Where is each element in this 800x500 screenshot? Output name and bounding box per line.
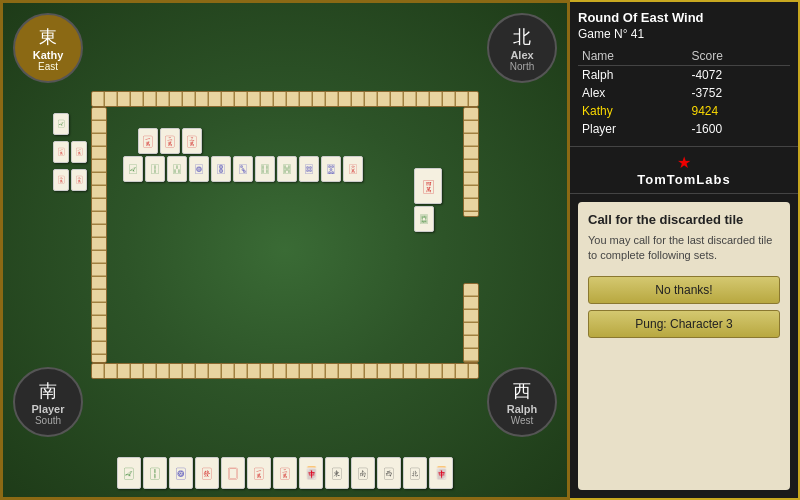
left-player-tiles: 🀐 🀇 🀇 🀈 🀈: [53, 113, 87, 191]
discard-tile: 🀙: [189, 156, 209, 182]
call-title: Call for the discarded tile: [588, 212, 780, 227]
player-south: 南 Player South: [13, 367, 83, 437]
ralph-name: Ralph: [507, 403, 538, 415]
ralph-name-cell: Ralph: [578, 66, 687, 85]
hand-tile[interactable]: 🀈: [273, 457, 297, 489]
discard-tile: 🀉: [182, 128, 202, 154]
hand-tile[interactable]: 🀙: [169, 457, 193, 489]
recent-discard: 🀗: [414, 206, 434, 232]
player-direction: South: [35, 415, 61, 426]
player-name: Player: [31, 403, 64, 415]
discard-tile: 🀇: [138, 128, 158, 154]
player-hand[interactable]: 🀐 🀑 🀙 🀅 🀆 🀇 🀈 🀄 🀀 🀁 🀂 🀃 🀄: [93, 457, 477, 489]
star-icon: ★: [576, 153, 792, 172]
left-tile: 🀈: [71, 169, 87, 191]
kathy-name-cell: Kathy: [578, 102, 687, 120]
wall-top: [91, 91, 479, 107]
player-row: Player -1600: [578, 120, 790, 138]
hand-tile[interactable]: 🀅: [195, 457, 219, 489]
discard-tile: 🀈: [160, 128, 180, 154]
hand-tile[interactable]: 🀂: [377, 457, 401, 489]
discard-tile: 🀒: [167, 156, 187, 182]
wall-right-bottom: [463, 283, 479, 363]
discard-tile: 🀌: [343, 156, 363, 182]
no-thanks-button[interactable]: No thanks!: [588, 276, 780, 304]
discard-tile: 🀓: [255, 156, 275, 182]
discard-tile: 🀜: [299, 156, 319, 182]
hand-tile[interactable]: 🀀: [325, 457, 349, 489]
kathy-score-cell: 9424: [687, 102, 790, 120]
left-tile: 🀇: [53, 141, 69, 163]
player-name-cell: Player: [578, 120, 687, 138]
discard-area: 🀇 🀈 🀉 🀐 🀑 🀒 🀙 🀚 🀛 🀓 🀔 🀜 🀝 🀌 🀊 🀗: [118, 118, 452, 352]
call-panel: Call for the discarded tile You may call…: [578, 202, 790, 490]
kathy-direction: East: [38, 61, 58, 72]
wall-bottom: [91, 363, 479, 379]
discard-tile: 🀚: [211, 156, 231, 182]
discard-tile: 🀛: [233, 156, 253, 182]
kathy-name: Kathy: [33, 49, 64, 61]
alex-direction: North: [510, 61, 534, 72]
ralph-score-cell: -4072: [687, 66, 790, 85]
hand-tile[interactable]: 🀑: [143, 457, 167, 489]
hand-tile[interactable]: 🀄: [429, 457, 453, 489]
left-tile: 🀐: [53, 113, 69, 135]
name-header: Name: [578, 47, 687, 66]
alex-name: Alex: [510, 49, 533, 61]
wall-right-top: [463, 107, 479, 217]
hand-tile[interactable]: 🀃: [403, 457, 427, 489]
game-board: 東 Kathy East 北 Alex North 南 Player South…: [0, 0, 570, 500]
left-tile: 🀇: [71, 141, 87, 163]
ralph-direction: West: [511, 415, 534, 426]
discard-tile: 🀑: [145, 156, 165, 182]
game-number: Game N° 41: [578, 27, 790, 41]
alex-row: Alex -3752: [578, 84, 790, 102]
hand-tile[interactable]: 🀄: [299, 457, 323, 489]
alex-name-cell: Alex: [578, 84, 687, 102]
hand-tile[interactable]: 🀁: [351, 457, 375, 489]
hand-tile[interactable]: 🀇: [247, 457, 271, 489]
called-tile-area: 🀊 🀗: [414, 168, 442, 232]
left-tile: 🀈: [53, 169, 69, 191]
pung-button[interactable]: Pung: Character 3: [588, 310, 780, 338]
brand-name: TomTomLabs: [576, 172, 792, 187]
hand-tile[interactable]: 🀆: [221, 457, 245, 489]
player-score-cell: -1600: [687, 120, 790, 138]
branding-section: ★ TomTomLabs: [570, 147, 798, 194]
wall-left: [91, 107, 107, 363]
discard-tile: 🀔: [277, 156, 297, 182]
score-header: Score: [687, 47, 790, 66]
alex-score-cell: -3752: [687, 84, 790, 102]
ralph-row: Ralph -4072: [578, 66, 790, 85]
player-kathy: 東 Kathy East: [13, 13, 83, 83]
hand-tile[interactable]: 🀐: [117, 457, 141, 489]
called-tile: 🀊: [414, 168, 442, 204]
player-ralph: 西 Ralph West: [487, 367, 557, 437]
discard-tile: 🀝: [321, 156, 341, 182]
round-title: Round Of East Wind: [578, 10, 790, 25]
scoreboard: Round Of East Wind Game N° 41 Name Score…: [570, 2, 798, 147]
sidebar: Round Of East Wind Game N° 41 Name Score…: [570, 0, 800, 500]
player-alex: 北 Alex North: [487, 13, 557, 83]
score-table: Name Score Ralph -4072 Alex -3752 Kathy …: [578, 47, 790, 138]
kathy-row: Kathy 9424: [578, 102, 790, 120]
discard-tile: 🀐: [123, 156, 143, 182]
call-description: You may call for the last discarded tile…: [588, 233, 780, 264]
